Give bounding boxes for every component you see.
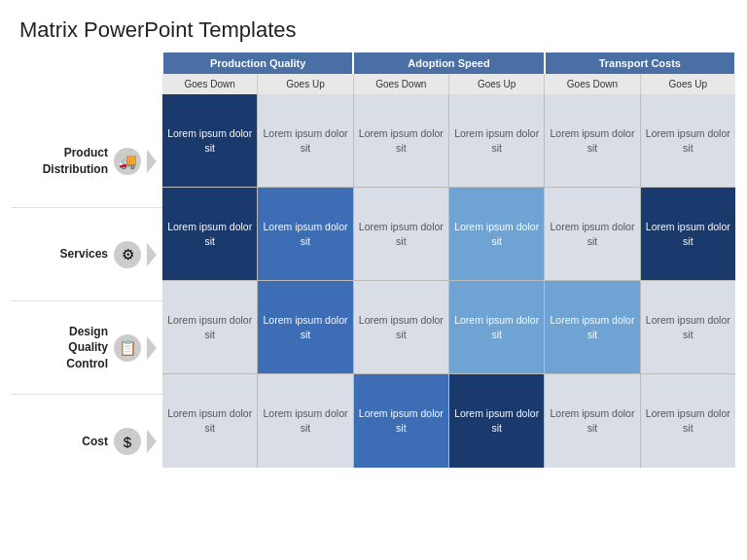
table-cell[interactable]: Lorem ipsum dolor sit [162,281,258,373]
col-sub-header: Goes Down [354,74,449,94]
row-header-label: Product Distribution [43,145,108,176]
table-cell[interactable]: Lorem ipsum dolor sit [449,281,545,373]
table-cell[interactable]: Lorem ipsum dolor sit [641,94,735,187]
row-header-icon: ⚙ [114,241,141,268]
table-cell[interactable]: Lorem ipsum dolor sit [641,374,735,468]
table-cell[interactable]: Lorem ipsum dolor sit [258,188,353,280]
col-sub-header: Goes Up [641,74,735,94]
table-cell[interactable]: Lorem ipsum dolor sit [545,374,640,468]
table-cell[interactable]: Lorem ipsum dolor sit [162,94,258,187]
table-row: Lorem ipsum dolor sitLorem ipsum dolor s… [162,281,735,374]
row-header-icon: 📋 [114,334,141,362]
table-cell[interactable]: Lorem ipsum dolor sit [449,374,545,468]
matrix-grid: Production QualityAdoption SpeedTranspor… [162,52,735,468]
row-header: Services⚙ [12,208,162,301]
table-cell[interactable]: Lorem ipsum dolor sit [162,374,258,468]
table-cell[interactable]: Lorem ipsum dolor sit [354,94,449,187]
table-cell[interactable]: Lorem ipsum dolor sit [449,188,545,280]
table-cell[interactable]: Lorem ipsum dolor sit [354,374,449,468]
table-row: Lorem ipsum dolor sitLorem ipsum dolor s… [162,374,735,468]
table-cell[interactable]: Lorem ipsum dolor sit [545,94,640,187]
col-group-headers: Production QualityAdoption SpeedTranspor… [162,52,735,74]
col-sub-header: Goes Down [162,74,258,94]
page-title: Matrix PowerPoint Templates [0,0,747,52]
data-rows: Lorem ipsum dolor sitLorem ipsum dolor s… [162,94,735,468]
row-header: Product Distribution🚚 [12,115,162,208]
table-cell[interactable]: Lorem ipsum dolor sit [258,94,353,187]
row-arrow-icon [147,336,157,360]
row-header-label: Services [60,246,108,262]
table-cell[interactable]: Lorem ipsum dolor sit [545,281,640,373]
row-header-icon: 🚚 [114,148,141,175]
table-cell[interactable]: Lorem ipsum dolor sit [641,281,735,373]
col-group-header: Transport Costs [546,52,734,74]
row-header-label: Cost [82,434,108,449]
row-arrow-icon [147,150,157,173]
row-header-label: Design Quality Control [66,324,108,371]
table-cell[interactable]: Lorem ipsum dolor sit [354,281,449,373]
table-cell[interactable]: Lorem ipsum dolor sit [258,281,353,373]
col-sub-header: Goes Down [545,74,640,94]
table-cell[interactable]: Lorem ipsum dolor sit [354,188,449,280]
table-cell[interactable]: Lorem ipsum dolor sit [449,94,545,187]
table-row: Lorem ipsum dolor sitLorem ipsum dolor s… [162,188,735,281]
col-sub-header: Goes Up [258,74,353,94]
row-arrow-icon [147,243,157,266]
table-row: Lorem ipsum dolor sitLorem ipsum dolor s… [162,94,735,188]
table-cell[interactable]: Lorem ipsum dolor sit [641,188,735,280]
row-header: Design Quality Control📋 [12,301,162,395]
col-sub-header: Goes Up [449,74,545,94]
row-arrow-icon [147,430,157,453]
col-group-header: Adoption Speed [354,52,543,74]
col-group-header: Production Quality [163,52,352,74]
table-cell[interactable]: Lorem ipsum dolor sit [258,374,353,468]
row-header: Cost$ [12,395,162,488]
row-header-icon: $ [114,428,141,455]
table-cell[interactable]: Lorem ipsum dolor sit [545,188,640,280]
table-cell[interactable]: Lorem ipsum dolor sit [162,188,258,280]
col-sub-headers: Goes DownGoes UpGoes DownGoes UpGoes Dow… [162,74,735,94]
